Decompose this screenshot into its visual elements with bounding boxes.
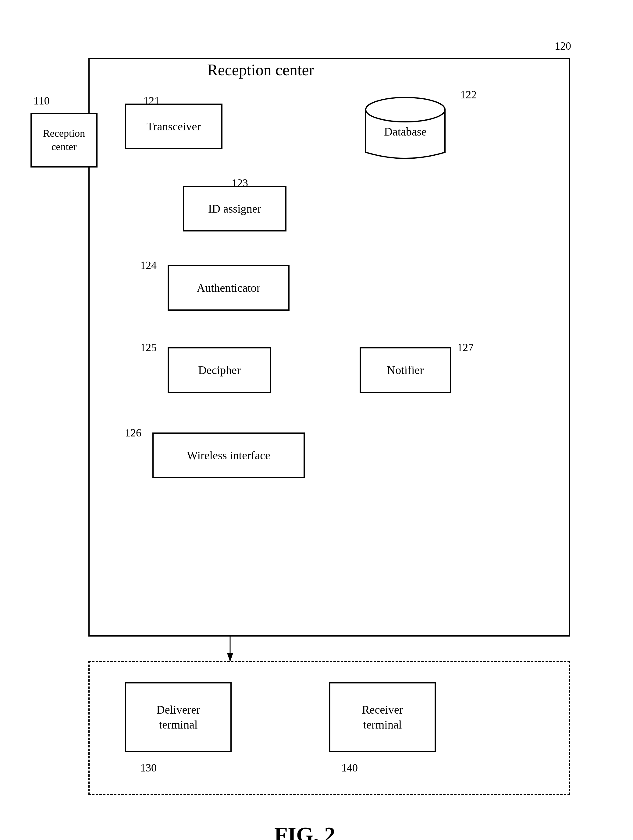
ext-reception-box: Receptioncenter bbox=[30, 113, 98, 167]
svg-point-22 bbox=[366, 98, 445, 122]
ref-122: 122 bbox=[460, 88, 477, 101]
decipher-label: Decipher bbox=[198, 363, 241, 377]
wireless-label: Wireless interface bbox=[187, 448, 270, 462]
fig-label: FIG. 2 bbox=[274, 822, 335, 840]
transceiver-box: Transceiver bbox=[125, 104, 223, 149]
ref-140: 140 bbox=[341, 761, 358, 774]
ref-120: 120 bbox=[555, 39, 571, 52]
ref-124: 124 bbox=[140, 259, 157, 272]
outer-reception-label: Reception center bbox=[207, 61, 314, 79]
receiver-terminal-box: Receiverterminal bbox=[329, 682, 436, 752]
ref-110: 110 bbox=[33, 95, 50, 107]
svg-text:Database: Database bbox=[384, 125, 426, 138]
deliverer-label: Delivererterminal bbox=[156, 702, 200, 733]
transceiver-label: Transceiver bbox=[147, 120, 201, 133]
receiver-label: Receiverterminal bbox=[362, 702, 403, 733]
ref-126: 126 bbox=[125, 426, 141, 439]
authenticator-box: Authenticator bbox=[168, 265, 290, 311]
ref-127: 127 bbox=[457, 341, 473, 354]
id-assigner-box: ID assigner bbox=[183, 186, 286, 232]
deliverer-terminal-box: Delivererterminal bbox=[125, 682, 232, 752]
notifier-box: Notifier bbox=[359, 347, 451, 393]
id-assigner-label: ID assigner bbox=[208, 202, 261, 215]
ref-125: 125 bbox=[140, 341, 157, 354]
ref-130: 130 bbox=[140, 761, 157, 774]
authenticator-label: Authenticator bbox=[197, 281, 261, 295]
database-shape: Database bbox=[359, 95, 451, 161]
ext-reception-label: Receptioncenter bbox=[43, 127, 85, 153]
decipher-box: Decipher bbox=[168, 347, 271, 393]
wireless-box: Wireless interface bbox=[152, 433, 305, 478]
notifier-label: Notifier bbox=[387, 363, 424, 377]
diagram-container: 120 Reception center 110 Receptioncenter… bbox=[24, 24, 603, 810]
